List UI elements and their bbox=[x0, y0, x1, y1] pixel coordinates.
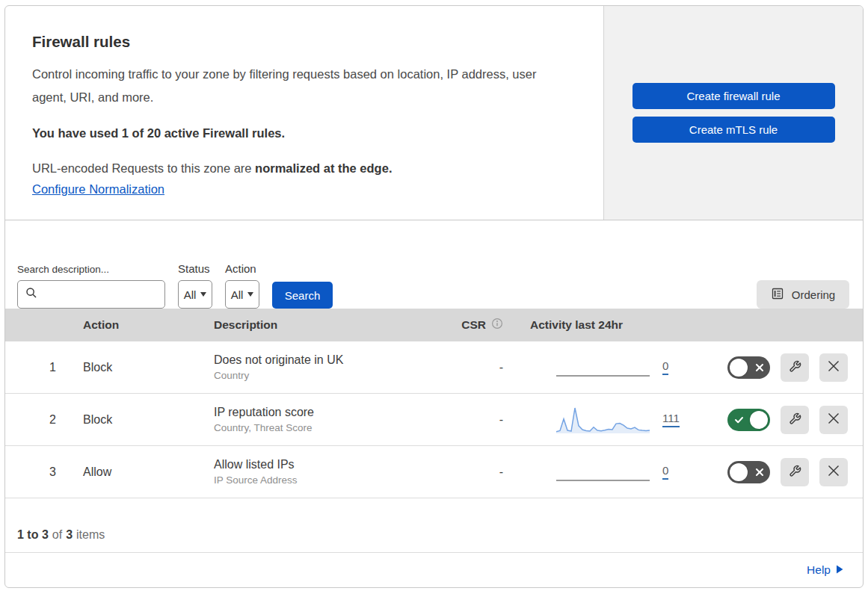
rule-priority: 2 bbox=[5, 413, 64, 427]
column-description: Description bbox=[194, 318, 434, 332]
column-csr-label: CSR bbox=[461, 318, 486, 332]
close-icon bbox=[827, 412, 840, 427]
header-section: Firewall rules Control incoming traffic … bbox=[5, 6, 863, 220]
search-input[interactable] bbox=[43, 288, 157, 300]
rule-fields: Country, Threat Score bbox=[214, 422, 434, 433]
help-link[interactable]: Help bbox=[807, 563, 843, 577]
close-icon bbox=[827, 464, 840, 480]
column-action: Action bbox=[64, 318, 194, 332]
create-actions-panel: Create firewall rule Create mTLS rule bbox=[603, 6, 863, 220]
usage-summary: You have used 1 of 20 active Firewall ru… bbox=[32, 126, 573, 140]
rule-priority: 3 bbox=[5, 465, 64, 479]
activity-sparkline bbox=[556, 353, 650, 383]
firewall-rules-panel: Firewall rules Control incoming traffic … bbox=[4, 5, 864, 588]
search-icon bbox=[25, 287, 37, 302]
column-activity: Activity last 24hr bbox=[520, 318, 704, 332]
activity-count-link[interactable]: 0 bbox=[662, 464, 668, 480]
search-button[interactable]: Search bbox=[272, 282, 333, 309]
pagination-items: items bbox=[76, 528, 105, 542]
activity-sparkline bbox=[556, 457, 650, 487]
rule-action: Allow bbox=[64, 465, 194, 479]
edit-rule-button[interactable] bbox=[781, 406, 809, 434]
activity-count-link[interactable]: 111 bbox=[662, 412, 680, 427]
close-icon bbox=[827, 359, 840, 375]
delete-rule-button[interactable] bbox=[819, 458, 848, 486]
wrench-icon bbox=[789, 412, 801, 427]
table-header: Action Description CSR Activity last 24h… bbox=[5, 309, 863, 341]
create-firewall-rule-button[interactable]: Create firewall rule bbox=[632, 83, 835, 109]
table-row: 2 Block IP reputation score Country, Thr… bbox=[5, 394, 863, 446]
table-row: 3 Allow Allow listed IPs IP Source Addre… bbox=[5, 446, 863, 498]
edit-rule-button[interactable] bbox=[781, 353, 809, 382]
status-dropdown-value: All bbox=[184, 288, 197, 301]
page-description: Control incoming traffic to your zone by… bbox=[32, 63, 559, 108]
x-icon bbox=[756, 468, 763, 476]
chevron-down-icon bbox=[200, 292, 206, 297]
wrench-icon bbox=[789, 465, 801, 480]
header-text-block: Firewall rules Control incoming traffic … bbox=[5, 6, 603, 220]
rule-description[interactable]: IP reputation score bbox=[214, 406, 434, 419]
rule-enabled-toggle[interactable] bbox=[727, 461, 770, 483]
action-label: Action bbox=[225, 262, 259, 275]
rule-fields: IP Source Address bbox=[214, 474, 434, 486]
normalization-note-prefix: URL-encoded Requests to this zone are bbox=[32, 161, 255, 175]
search-label: Search description... bbox=[17, 264, 165, 275]
pagination-total: 3 bbox=[66, 528, 73, 542]
status-dropdown[interactable]: All bbox=[178, 280, 212, 309]
table-row: 1 Block Does not originate in UK Country… bbox=[5, 341, 863, 394]
rule-enabled-toggle[interactable] bbox=[727, 356, 770, 379]
activity-count-link[interactable]: 0 bbox=[662, 359, 668, 375]
action-dropdown-value: All bbox=[231, 288, 244, 301]
info-icon[interactable] bbox=[491, 318, 503, 332]
rule-csr-value: - bbox=[434, 361, 520, 374]
rule-description[interactable]: Allow listed IPs bbox=[214, 458, 434, 471]
chevron-down-icon bbox=[247, 292, 253, 297]
status-label: Status bbox=[178, 262, 212, 275]
list-icon bbox=[771, 287, 784, 303]
help-bar: Help bbox=[5, 553, 863, 587]
triangle-right-icon bbox=[837, 563, 843, 577]
rule-fields: Country bbox=[214, 370, 434, 381]
column-csr: CSR bbox=[434, 318, 520, 332]
filter-bar: Search description... Status All Action … bbox=[5, 220, 863, 309]
wrench-icon bbox=[789, 360, 801, 375]
activity-sparkline bbox=[556, 405, 650, 435]
rule-action: Block bbox=[64, 413, 194, 427]
ordering-button-label: Ordering bbox=[792, 288, 835, 301]
toggle-knob bbox=[730, 359, 748, 377]
rule-description[interactable]: Does not originate in UK bbox=[214, 353, 434, 367]
toggle-knob bbox=[750, 411, 768, 429]
rule-csr-value: - bbox=[434, 465, 520, 479]
edit-rule-button[interactable] bbox=[781, 458, 809, 486]
rule-action: Block bbox=[64, 361, 194, 374]
normalization-note-bold: normalized at the edge. bbox=[255, 161, 392, 175]
rule-priority: 1 bbox=[5, 361, 64, 374]
page-title: Firewall rules bbox=[32, 33, 573, 51]
action-dropdown[interactable]: All bbox=[225, 280, 259, 309]
search-box[interactable] bbox=[17, 280, 165, 309]
rule-enabled-toggle[interactable] bbox=[727, 409, 770, 431]
help-link-label: Help bbox=[807, 563, 831, 577]
pagination-range: 1 to 3 bbox=[17, 528, 49, 542]
x-icon bbox=[756, 364, 763, 371]
rule-csr-value: - bbox=[434, 413, 520, 427]
ordering-button[interactable]: Ordering bbox=[757, 280, 849, 309]
check-icon bbox=[734, 415, 744, 424]
configure-normalization-link[interactable]: Configure Normalization bbox=[32, 182, 164, 196]
normalization-note: URL-encoded Requests to this zone are no… bbox=[32, 161, 573, 176]
delete-rule-button[interactable] bbox=[819, 406, 848, 434]
delete-rule-button[interactable] bbox=[819, 353, 848, 382]
create-mtls-rule-button[interactable]: Create mTLS rule bbox=[632, 117, 835, 143]
toggle-knob bbox=[730, 463, 748, 481]
pagination-of: of bbox=[52, 528, 62, 542]
pagination-summary: 1 to 3 of 3 items bbox=[5, 498, 863, 553]
